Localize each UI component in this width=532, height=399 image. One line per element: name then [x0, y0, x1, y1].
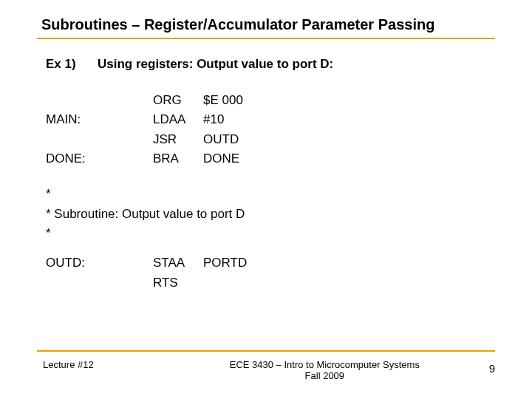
code-operand: PORTD — [203, 253, 247, 273]
code-label: MAIN: — [46, 110, 153, 129]
code-operand: #10 — [203, 110, 224, 129]
page-number: 9 — [466, 359, 495, 375]
example-text: Using registers: Output value to port D: — [98, 57, 333, 72]
code-mnemonic: BRA — [153, 149, 203, 168]
code-line: DONE: BRA DONE — [46, 149, 495, 168]
slide-content: Ex 1) Using registers: Output value to p… — [37, 57, 495, 293]
divider-bottom — [37, 350, 495, 352]
code-label — [46, 130, 153, 149]
code-operand: OUTD — [203, 130, 239, 149]
code-mnemonic: JSR — [153, 130, 203, 149]
code-operand: $E 000 — [203, 91, 243, 110]
divider-top — [37, 38, 495, 39]
slide-footer: Lecture #12 ECE 3430 – Intro to Microcom… — [37, 350, 495, 381]
comment-line: * — [46, 224, 495, 243]
example-heading: Ex 1) Using registers: Output value to p… — [46, 57, 495, 72]
code-line: RTS — [46, 273, 495, 293]
code-block-subroutine: OUTD: STAA PORTD RTS — [46, 253, 495, 293]
code-label: DONE: — [46, 149, 153, 168]
code-line: OUTD: STAA PORTD — [46, 253, 495, 273]
code-operand: DONE — [203, 149, 239, 168]
footer-course-line2: Fall 2009 — [184, 370, 466, 381]
code-line: MAIN: LDAA #10 — [46, 110, 495, 129]
code-line: ORG $E 000 — [46, 91, 495, 110]
code-mnemonic: STAA — [153, 253, 203, 273]
footer-lecture: Lecture #12 — [37, 359, 184, 370]
code-mnemonic: ORG — [153, 91, 203, 110]
code-label — [46, 91, 153, 110]
footer-course-line1: ECE 3430 – Intro to Microcomputer System… — [184, 359, 466, 370]
code-line: JSR OUTD — [46, 130, 495, 149]
code-label: OUTD: — [46, 253, 153, 273]
slide-title: Subroutines – Register/Accumulator Param… — [41, 16, 495, 33]
code-block-main: ORG $E 000 MAIN: LDAA #10 JSR OUTD DONE:… — [46, 91, 495, 168]
comment-line: * — [46, 185, 495, 204]
example-label: Ex 1) — [46, 57, 98, 72]
code-mnemonic: RTS — [153, 273, 203, 293]
comment-block: * * Subroutine: Output value to port D * — [46, 185, 495, 243]
code-mnemonic: LDAA — [153, 110, 203, 129]
code-label — [46, 273, 153, 293]
footer-course: ECE 3430 – Intro to Microcomputer System… — [184, 359, 466, 381]
comment-line: * Subroutine: Output value to port D — [46, 205, 495, 224]
